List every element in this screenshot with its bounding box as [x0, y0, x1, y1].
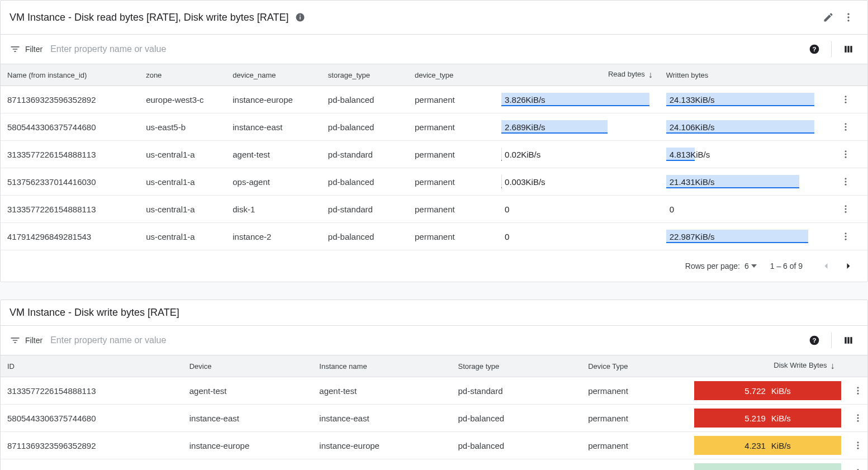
svg-point-26: [845, 232, 847, 234]
cell-device-type: permanent: [581, 377, 694, 405]
page-range: 1 – 6 of 9: [770, 262, 803, 270]
edit-icon[interactable]: [818, 7, 838, 27]
row-more-icon[interactable]: [836, 89, 856, 110]
table-disk-rw: Name (from instance_id) zone device_name…: [1, 64, 867, 250]
col-device-type[interactable]: device_type: [408, 64, 495, 86]
cell-device: instance-europe: [183, 432, 313, 459]
cell-storage-type: pd-balanced: [452, 459, 582, 471]
col-zone[interactable]: zone: [139, 64, 226, 86]
row-more-icon[interactable]: [836, 172, 856, 192]
cell-instance-name: instance-east: [312, 405, 451, 432]
cell-zone: europe-west3-c: [139, 86, 226, 113]
next-page-icon[interactable]: [838, 256, 858, 276]
row-more-icon[interactable]: [836, 199, 856, 219]
row-more-icon[interactable]: [836, 144, 856, 164]
rpp-select[interactable]: 6: [744, 262, 757, 270]
svg-point-14: [845, 123, 847, 125]
row-more-icon[interactable]: [848, 381, 868, 401]
cell-instance-name: ops-agent: [312, 459, 451, 471]
cell-disk-write: 5.722KiB/s: [694, 377, 842, 405]
cell-zone: us-central1-a: [139, 223, 226, 250]
filter-label: Filter: [25, 45, 42, 54]
col-disk-write[interactable]: Disk Write Bytes↓: [694, 355, 842, 377]
row-more-icon[interactable]: [848, 435, 868, 455]
cell-device-type: permanent: [408, 168, 495, 196]
columns-icon[interactable]: [838, 330, 858, 350]
svg-point-25: [845, 211, 847, 213]
svg-point-41: [857, 445, 859, 447]
col-storage-type[interactable]: storage_type: [321, 64, 408, 86]
col-device[interactable]: Device: [183, 355, 313, 377]
columns-icon[interactable]: [838, 39, 858, 59]
cell-instance-name: agent-test: [312, 377, 451, 405]
cell-id: 5805443306375744680: [1, 405, 183, 432]
table-row: 5805443306375744680us-east5-binstance-ea…: [1, 113, 867, 141]
svg-point-38: [857, 417, 859, 419]
cell-written-bytes: 21.431KiB/s: [660, 168, 824, 196]
help-icon[interactable]: ?: [804, 330, 824, 350]
cell-written-bytes: 0: [660, 196, 824, 223]
sort-desc-icon: ↓: [830, 361, 834, 371]
filter-input[interactable]: [49, 44, 798, 55]
cell-name: 5805443306375744680: [1, 113, 139, 141]
filter-input[interactable]: [49, 335, 798, 346]
svg-point-20: [845, 178, 847, 179]
col-device-type[interactable]: Device Type: [581, 355, 694, 377]
svg-rect-9: [847, 46, 849, 53]
info-icon[interactable]: [295, 12, 305, 22]
svg-rect-10: [850, 46, 852, 53]
col-read-bytes[interactable]: Read bytes↓: [495, 64, 660, 86]
col-written-bytes[interactable]: Written bytes: [660, 64, 824, 86]
more-vert-icon[interactable]: [838, 7, 858, 27]
cell-zone: us-central1-a: [139, 168, 226, 196]
table-row: 5137562337014416030ops-agentops-agentpd-…: [1, 459, 867, 471]
svg-text:?: ?: [812, 45, 816, 53]
svg-rect-1: [300, 17, 301, 20]
panel-header: VM Instance - Disk write bytes [RATE]: [1, 300, 867, 326]
svg-point-40: [857, 441, 859, 443]
svg-rect-33: [850, 337, 852, 344]
cell-read-bytes: 0.003KiB/s: [495, 168, 660, 196]
row-more-icon[interactable]: [848, 463, 868, 470]
cell-zone: us-central1-a: [139, 196, 226, 223]
row-more-icon[interactable]: [836, 117, 856, 137]
panel-disk-write: VM Instance - Disk write bytes [RATE] Fi…: [0, 300, 868, 470]
svg-point-42: [857, 448, 859, 449]
row-more-icon[interactable]: [836, 226, 856, 246]
cell-device-type: permanent: [581, 459, 694, 471]
cell-instance-name: instance-europe: [312, 432, 451, 459]
cell-read-bytes: 2.689KiB/s: [495, 113, 660, 141]
cell-storage-type: pd-balanced: [321, 168, 408, 196]
svg-rect-2: [300, 15, 301, 16]
col-id[interactable]: ID: [1, 355, 183, 377]
col-storage-type[interactable]: Storage type: [452, 355, 582, 377]
filter-bar: Filter ?: [1, 35, 867, 64]
cell-written-bytes: 22.987KiB/s: [660, 223, 824, 250]
help-icon[interactable]: ?: [804, 39, 824, 59]
svg-point-37: [857, 414, 859, 416]
svg-point-13: [845, 102, 847, 103]
cell-device-type: permanent: [408, 196, 495, 223]
sort-desc-icon: ↓: [648, 70, 653, 79]
cell-written-bytes: 24.106KiB/s: [660, 113, 824, 141]
col-name[interactable]: Name (from instance_id): [1, 64, 139, 86]
svg-point-4: [847, 16, 849, 18]
svg-point-11: [845, 96, 847, 97]
col-instance-name[interactable]: Instance name: [312, 355, 451, 377]
cell-read-bytes: 0: [495, 196, 660, 223]
panel-header: VM Instance - Disk read bytes [RATE], Di…: [1, 1, 867, 35]
col-device-name[interactable]: device_name: [226, 64, 321, 86]
cell-device-name: instance-europe: [226, 86, 321, 113]
row-more-icon[interactable]: [848, 408, 868, 428]
prev-page-icon: [816, 256, 836, 276]
cell-device-type: permanent: [408, 141, 495, 168]
svg-rect-32: [847, 337, 849, 344]
svg-point-27: [845, 236, 847, 238]
cell-written-bytes: 4.813KiB/s: [660, 141, 824, 168]
cell-device-name: agent-test: [226, 141, 321, 168]
svg-point-35: [857, 390, 859, 392]
cell-device-name: ops-agent: [226, 168, 321, 196]
svg-point-19: [845, 156, 847, 158]
cell-name: 3133577226154888113: [1, 196, 139, 223]
cell-device-name: disk-1: [226, 196, 321, 223]
